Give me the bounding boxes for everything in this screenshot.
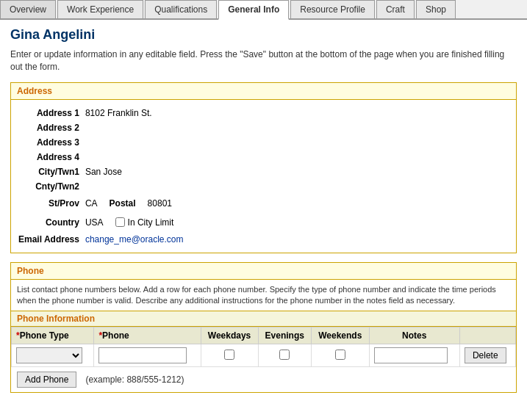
phone-table-row: Delete <box>12 344 516 367</box>
weekdays-cell <box>201 344 258 367</box>
address4-value <box>85 150 509 164</box>
email-link[interactable]: change_me@oracle.com <box>85 234 184 245</box>
evenings-checkbox[interactable] <box>279 350 290 360</box>
tab-resource-profile[interactable]: Resource Profile <box>290 0 375 18</box>
delete-cell: Delete <box>459 344 515 367</box>
page-instructions: Enter or update information in any edita… <box>10 48 517 73</box>
col-weekdays: Weekdays <box>201 327 258 344</box>
notes-cell <box>369 344 459 367</box>
col-evenings: Evenings <box>258 327 311 344</box>
page-title: Gina Angelini <box>10 27 517 43</box>
postal-value: 80801 <box>148 198 172 209</box>
col-phone: *Phone <box>94 327 201 344</box>
postal-label: Postal <box>110 198 136 209</box>
phone-section-header: Phone <box>11 263 516 280</box>
phone-cell <box>94 344 201 367</box>
address-grid: Address 1 8102 Franklin St. Address 2 Ad… <box>18 106 509 247</box>
weekends-checkbox[interactable] <box>335 350 345 360</box>
in-city-limit-checkbox[interactable] <box>115 217 125 227</box>
address-section-body: Address 1 8102 Franklin St. Address 2 Ad… <box>11 100 516 253</box>
col-notes: Notes <box>369 327 459 344</box>
col-weekends: Weekends <box>311 327 369 344</box>
state-label: St/Prov <box>18 194 85 213</box>
weekdays-checkbox[interactable] <box>224 350 234 360</box>
phone-instructions: List contact phone numbers below. Add a … <box>11 280 516 311</box>
country-cityLimit-value: USA In City Limit <box>85 213 509 232</box>
state-value: CA <box>85 198 98 209</box>
city-row: City/Twn1 San Jose <box>18 164 509 179</box>
tab-general-info[interactable]: General Info <box>218 0 289 20</box>
tab-work-experience[interactable]: Work Experience <box>57 0 143 18</box>
address4-label: Address 4 <box>18 150 85 164</box>
state-postal-row: St/Prov CA Postal 80801 <box>18 194 509 213</box>
address1-label: Address 1 <box>18 106 85 120</box>
city2-label: Cnty/Twn2 <box>18 179 85 194</box>
tab-qualifications[interactable]: Qualifications <box>145 0 217 18</box>
address3-value <box>85 135 509 150</box>
col-actions <box>459 327 515 344</box>
email-value-cell: change_me@oracle.com <box>85 232 509 247</box>
evenings-cell <box>258 344 311 367</box>
address1-value: 8102 Franklin St. <box>85 106 509 120</box>
tab-overview[interactable]: Overview <box>0 0 56 18</box>
add-phone-button[interactable]: Add Phone <box>17 372 76 388</box>
state-postal-value: CA Postal 80801 <box>85 194 509 213</box>
address-section-header: Address <box>11 83 516 100</box>
phone-section: Phone List contact phone numbers below. … <box>10 262 517 394</box>
country-row: Country USA In City Limit <box>18 213 509 232</box>
phone-type-select[interactable] <box>16 347 82 363</box>
tab-craft[interactable]: Craft <box>376 0 415 18</box>
city-value: San Jose <box>85 164 509 179</box>
notes-input[interactable] <box>374 347 448 363</box>
address2-label: Address 2 <box>18 120 85 135</box>
add-phone-row: Add Phone (example: 888/555-1212) <box>11 367 516 392</box>
phone-table-header-row: *Phone Type *Phone Weekdays Evenings Wee… <box>12 327 516 344</box>
phone-input[interactable] <box>98 347 187 363</box>
address2-value <box>85 120 509 135</box>
email-label: Email Address <box>18 232 85 247</box>
phone-table: *Phone Type *Phone Weekdays Evenings Wee… <box>11 327 516 367</box>
in-city-limit-container: In City Limit <box>115 217 174 228</box>
address3-label: Address 3 <box>18 135 85 150</box>
city2-value <box>85 179 509 194</box>
main-content: Gina Angelini Enter or update informatio… <box>0 20 527 409</box>
city2-row: Cnty/Twn2 <box>18 179 509 194</box>
phone-example-text: (example: 888/555-1212) <box>85 374 184 385</box>
tab-shop[interactable]: Shop <box>416 0 456 18</box>
tab-bar: Overview Work Experience Qualifications … <box>0 0 527 20</box>
delete-button[interactable]: Delete <box>465 347 506 363</box>
email-row: Email Address change_me@oracle.com <box>18 232 509 247</box>
col-phone-type: *Phone Type <box>12 327 94 344</box>
address2-row: Address 2 <box>18 120 509 135</box>
address-section: Address Address 1 8102 Franklin St. Addr… <box>10 82 517 253</box>
address1-row: Address 1 8102 Franklin St. <box>18 106 509 120</box>
weekends-cell <box>311 344 369 367</box>
address4-row: Address 4 <box>18 150 509 164</box>
country-value: USA <box>85 217 104 228</box>
phone-type-cell <box>12 344 94 367</box>
address3-row: Address 3 <box>18 135 509 150</box>
city-label: City/Twn1 <box>18 164 85 179</box>
in-city-limit-label: In City Limit <box>128 217 174 228</box>
phone-info-header: Phone Information <box>11 311 516 327</box>
country-label: Country <box>18 213 85 232</box>
